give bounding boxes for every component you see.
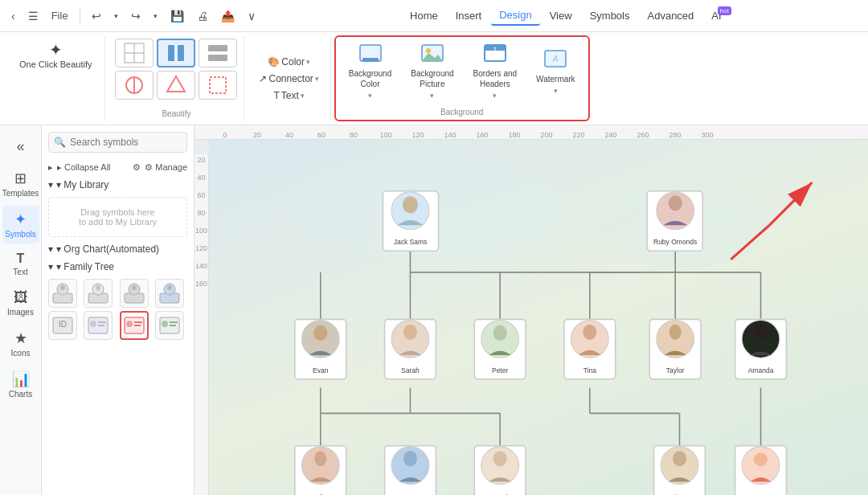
search-input[interactable] (48, 132, 187, 153)
ribbon-format-section: 🎨 Color ▾ ↗ Connector ▾ T Text ▾ (248, 35, 330, 121)
vruler-40: 40 (197, 174, 205, 182)
ruler-240: 240 (595, 131, 627, 139)
svg-point-36 (90, 321, 96, 327)
collapse-all-button[interactable]: ▸ ▸ Collapse All (48, 162, 111, 173)
svg-text:T: T (493, 47, 497, 51)
symbol-item[interactable] (155, 279, 184, 308)
save-button[interactable]: 💾 (166, 6, 189, 26)
svg-text:Tina: Tina (583, 366, 596, 374)
gear-icon: ⚙ (133, 162, 141, 173)
sidebar-item-templates[interactable]: ⊞ Templates (2, 165, 39, 202)
tab-advanced[interactable]: Advanced (640, 6, 702, 25)
undo-button[interactable]: ↩ (87, 6, 106, 26)
svg-point-104 (314, 451, 326, 466)
svg-point-108 (403, 451, 417, 466)
org-chart-header[interactable]: ▾ ▾ Org Chart(Automated) (42, 240, 194, 258)
symbol-item[interactable] (84, 279, 113, 308)
symbol-item[interactable] (120, 279, 149, 308)
borders-headers-button[interactable]: T Borders andHeaders ▾ (465, 40, 525, 103)
symbol-item[interactable]: ID (48, 311, 77, 340)
svg-line-123 (769, 182, 812, 225)
my-library-header[interactable]: ▾ ▾ My Library (42, 176, 194, 194)
background-picture-button[interactable]: BackgroundPicture ▾ (403, 40, 461, 103)
symbol-item[interactable] (48, 279, 77, 308)
left-icon-bar: « ⊞ Templates ✦ Symbols T Text 🖼 Images … (0, 125, 42, 495)
svg-rect-6 (208, 55, 227, 61)
svg-point-88 (493, 325, 507, 341)
export-button[interactable]: 📤 (216, 6, 240, 26)
family-tree-header[interactable]: ▾ ▾ Family Tree (42, 258, 194, 276)
vruler-140: 140 (195, 262, 207, 270)
charts-icon: 📊 (12, 370, 30, 388)
sidebar-item-icons[interactable]: ★ Icons (2, 325, 39, 362)
ruler-160: 160 (466, 131, 498, 139)
undo-dropdown[interactable]: ▾ (109, 9, 123, 23)
layout-btn-5[interactable] (157, 71, 195, 100)
layout-icon-6 (207, 74, 229, 96)
connector-caret: ▾ (315, 75, 319, 83)
ruler-60: 60 (305, 131, 338, 139)
svg-text:Taylor: Taylor (666, 366, 685, 374)
layout-icon-1 (123, 42, 145, 64)
svg-point-116 (673, 451, 686, 466)
ribbon-layout-section: Beautify (108, 35, 244, 121)
manage-button[interactable]: ⚙ ⚙ Manage (133, 162, 187, 173)
svg-text:Ruby Omonds: Ruby Omonds (653, 238, 697, 246)
main-area: « ⊞ Templates ✦ Symbols T Text 🖼 Images … (0, 125, 868, 495)
symbol-actions: ▸ ▸ Collapse All ⚙ ⚙ Manage (42, 159, 194, 176)
sidebar-collapse-button[interactable]: « (10, 132, 31, 162)
ruler-100: 100 (370, 131, 402, 139)
text-row[interactable]: T Text ▾ (268, 88, 309, 103)
redo-dropdown[interactable]: ▾ (149, 9, 162, 23)
layout-btn-4[interactable] (115, 71, 154, 100)
tab-ai[interactable]: AI hot (703, 6, 729, 25)
layout-btn-1[interactable] (115, 39, 154, 68)
hot-badge: hot (718, 6, 731, 15)
layout-btn-2[interactable] (157, 39, 195, 68)
background-buttons: BackgroundColor ▾ BackgroundPicture ▾ (341, 40, 583, 103)
vruler-100: 100 (195, 227, 207, 235)
one-click-beautify-button[interactable]: ✦ One Click Beautify (13, 39, 98, 73)
vruler-120: 120 (195, 244, 207, 252)
tab-insert[interactable]: Insert (448, 6, 490, 25)
redo-button[interactable]: ↪ (126, 6, 145, 26)
svg-point-26 (96, 285, 100, 291)
family-tree-svg: Jack Sams Ruby Omonds Evan (209, 140, 868, 495)
svg-rect-3 (168, 45, 174, 61)
canvas-content[interactable]: Jack Sams Ruby Omonds Evan (209, 140, 868, 495)
layout-btn-6[interactable] (199, 71, 237, 100)
svg-point-120 (754, 452, 768, 466)
canvas-area[interactable]: 0 20 40 60 80 100 120 140 160 180 200 22… (194, 125, 868, 495)
back-button[interactable]: ‹ (6, 6, 20, 26)
svg-text:ID: ID (59, 320, 67, 329)
hamburger-button[interactable]: ☰ (23, 6, 43, 26)
watermark-button[interactable]: A Watermark ▾ (528, 40, 583, 103)
svg-point-80 (313, 325, 327, 341)
symbol-item[interactable] (120, 311, 149, 340)
color-caret: ▾ (306, 58, 310, 66)
file-label[interactable]: File (47, 6, 73, 25)
vruler-80: 80 (197, 209, 205, 217)
tab-view[interactable]: View (542, 6, 580, 25)
connector-icon: ↗ (259, 73, 267, 84)
family-tree-symbols: ID (42, 276, 194, 343)
print-button[interactable]: 🖨 (192, 6, 213, 26)
symbol-item[interactable] (155, 311, 184, 340)
bg-color-icon (358, 43, 383, 66)
background-color-button[interactable]: BackgroundColor ▾ (341, 40, 399, 103)
sidebar-item-images[interactable]: 🖼 Images (2, 284, 39, 321)
templates-icon: ⊞ (14, 170, 27, 187)
tab-design[interactable]: Design (491, 6, 539, 26)
color-row[interactable]: 🎨 Color ▾ (263, 55, 315, 69)
more-button[interactable]: ∨ (243, 6, 260, 26)
connector-row[interactable]: ↗ Connector ▾ (254, 72, 323, 86)
tab-home[interactable]: Home (402, 6, 446, 25)
symbol-item[interactable] (84, 311, 113, 340)
layout-btn-3[interactable] (199, 39, 237, 68)
sidebar-item-text[interactable]: T Text (2, 247, 39, 281)
tab-symbols[interactable]: Symbols (582, 6, 638, 25)
ruler-220: 220 (563, 131, 595, 139)
sidebar-item-charts[interactable]: 📊 Charts (2, 366, 39, 403)
family-tree-caret: ▾ (48, 261, 53, 272)
sidebar-item-symbols[interactable]: ✦ Symbols (2, 206, 39, 243)
